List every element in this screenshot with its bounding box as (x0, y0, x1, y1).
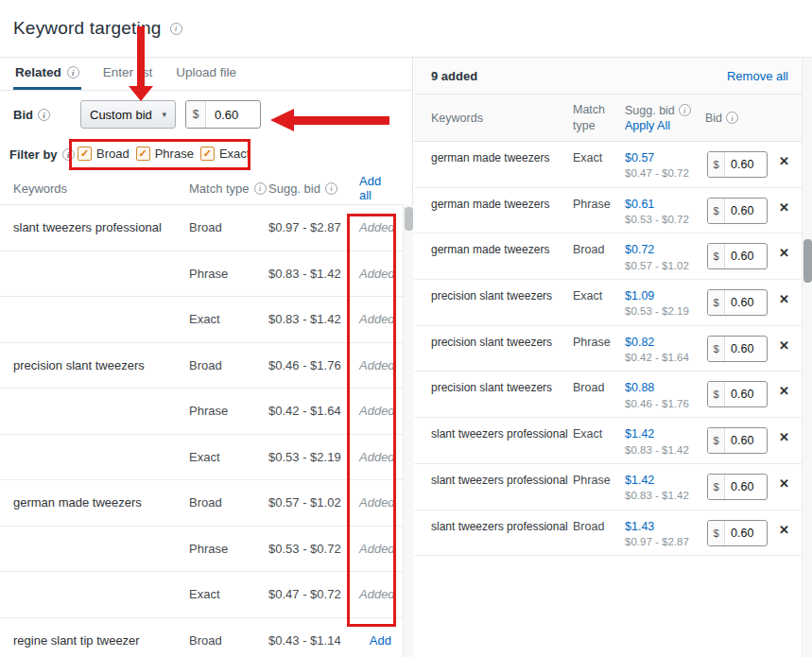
match-type-value: Phrase (189, 267, 268, 281)
remove-all-link[interactable]: Remove all (727, 69, 788, 83)
bid-input[interactable] (725, 428, 767, 453)
remove-keyword-button[interactable]: ✕ (779, 339, 789, 352)
scrollbar-thumb[interactable] (803, 239, 812, 283)
remove-cell: ✕ (779, 372, 802, 398)
remove-cell: ✕ (779, 510, 802, 537)
suggested-bid-link[interactable]: $0.72 (625, 243, 705, 256)
match-type-filter-checkbox[interactable]: ✓ Broad (78, 145, 130, 163)
bid-input[interactable] (725, 475, 767, 499)
remove-keyword-button[interactable]: ✕ (779, 293, 789, 305)
scrollbar-thumb[interactable] (405, 207, 413, 231)
add-keyword-action[interactable]: Added (359, 267, 403, 281)
added-table-header: Keywords Match type Sugg. bid i Apply Al… (414, 95, 802, 142)
suggestions-table-header: Keywords Match type i Sugg. bid i Add al… (0, 172, 403, 205)
suggested-bid-link[interactable]: $0.61 (625, 198, 705, 211)
remove-cell: ✕ (779, 142, 802, 168)
suggested-bid-link[interactable]: $1.42 (625, 474, 705, 487)
remove-keyword-button[interactable]: ✕ (779, 247, 789, 259)
info-icon[interactable]: i (62, 148, 75, 161)
suggestions-scrollbar[interactable] (403, 205, 413, 657)
remove-cell: ✕ (779, 464, 802, 491)
info-icon[interactable]: i (325, 182, 337, 195)
keyword-text: precision slant tweezers (431, 280, 573, 303)
add-keyword-action[interactable]: Added (359, 358, 403, 372)
close-icon: ✕ (779, 476, 789, 491)
remove-cell: ✕ (779, 326, 802, 353)
bid-cell: $ (705, 464, 779, 500)
filter-option-label: Exact (219, 147, 251, 161)
bid-type-dropdown[interactable]: Custom bid ▾ (80, 100, 176, 129)
match-type-filter-checkbox[interactable]: ✓ Phrase (136, 145, 194, 163)
suggested-bid-link[interactable]: $0.82 (625, 336, 705, 349)
match-type-column-header: Match type i (189, 182, 268, 196)
keyword-suggestions-panel: Related i Enter list Upload file Bid i C… (0, 58, 413, 657)
added-summary-bar: 9 added Remove all (414, 58, 802, 95)
suggested-bid-link[interactable]: $0.57 (625, 151, 705, 164)
bid-input[interactable] (725, 521, 767, 545)
keyword-text: slant tweezers professional (431, 464, 573, 487)
add-keyword-action[interactable]: Added (359, 450, 403, 464)
bid-input[interactable] (725, 199, 767, 223)
tab-related[interactable]: Related i (13, 58, 81, 90)
bid-column-header: Bid i (705, 112, 779, 125)
added-keyword-row: slant tweezers professional Phrase $1.42… (414, 464, 802, 510)
page-title: Keyword targeting (13, 18, 162, 39)
add-keyword-action[interactable]: Added (359, 312, 403, 326)
keyword-suggestion-row: precision slant tweezers Broad $0.46 - $… (0, 343, 403, 389)
remove-keyword-button[interactable]: ✕ (779, 385, 789, 397)
add-keyword-action[interactable]: Added (359, 495, 403, 510)
match-type-value: Phrase (573, 326, 625, 349)
check-icon: ✓ (80, 148, 89, 159)
remove-keyword-button[interactable]: ✕ (779, 201, 789, 214)
info-icon[interactable]: i (679, 104, 691, 116)
add-keyword-action[interactable]: Added (359, 220, 403, 234)
suggested-bid-range: $0.83 - $1.42 (268, 267, 359, 281)
bid-input[interactable] (725, 337, 767, 361)
match-type-filter-checkbox[interactable]: ✓ Exact (200, 145, 251, 163)
add-keyword-action[interactable]: Added (359, 542, 403, 556)
info-icon[interactable]: i (726, 112, 738, 124)
add-keyword-action[interactable]: Added (359, 404, 403, 418)
bid-field: $ (707, 151, 768, 178)
info-icon[interactable]: i (170, 23, 182, 35)
added-keywords-scrollbar[interactable] (802, 58, 812, 657)
bid-input[interactable] (725, 382, 767, 406)
bid-input[interactable] (725, 244, 767, 268)
suggested-bid-cell: $0.61 $0.53 - $0.72 (625, 188, 705, 227)
custom-bid-input[interactable] (206, 101, 260, 128)
match-type-value: Broad (189, 495, 268, 510)
remove-keyword-button[interactable]: ✕ (779, 431, 789, 443)
close-icon: ✕ (779, 430, 789, 444)
keyword-text: precision slant tweezers (431, 372, 573, 394)
keyword-text: german made tweezers (13, 495, 189, 510)
info-icon[interactable]: i (254, 182, 267, 195)
add-keyword-action[interactable]: Add (359, 633, 403, 648)
suggested-bid-link[interactable]: $1.42 (625, 427, 705, 441)
tab-upload-file[interactable]: Upload file (174, 58, 238, 90)
suggested-bid-link[interactable]: $1.43 (625, 520, 705, 533)
bid-input[interactable] (725, 290, 767, 315)
add-keyword-action[interactable]: Added (359, 587, 403, 601)
bid-controls: Bid i Custom bid ▾ $ (0, 91, 412, 138)
tab-enter-list[interactable]: Enter list (101, 58, 155, 90)
match-type-filters: ✓ Broad ✓ Phrase ✓ Exact (78, 145, 250, 163)
apply-all-link[interactable]: Apply All (625, 119, 670, 132)
remove-keyword-button[interactable]: ✕ (779, 524, 789, 536)
info-icon[interactable]: i (38, 109, 50, 121)
keyword-suggestion-row: Phrase $0.53 - $0.72 Added (0, 527, 403, 573)
remove-keyword-button[interactable]: ✕ (779, 477, 789, 490)
suggested-bid-range: $0.97 - $2.87 (268, 220, 359, 234)
currency-symbol: $ (708, 290, 725, 315)
keyword-suggestion-row: Phrase $0.42 - $1.64 Added (0, 389, 403, 435)
info-icon[interactable]: i (67, 66, 79, 78)
match-type-value: Exact (573, 142, 625, 164)
suggested-bid-link[interactable]: $0.88 (625, 381, 705, 394)
bid-input[interactable] (725, 152, 767, 177)
add-all-link[interactable]: Add all (359, 174, 391, 202)
keyword-text: regine slant tip tweezer (13, 633, 189, 648)
bid-cell: $ (705, 510, 779, 546)
remove-keyword-button[interactable]: ✕ (779, 155, 789, 167)
remove-cell: ✕ (779, 418, 802, 444)
suggested-bid-link[interactable]: $1.09 (625, 289, 705, 303)
suggested-bid-cell: $0.72 $0.57 - $1.02 (625, 233, 705, 272)
